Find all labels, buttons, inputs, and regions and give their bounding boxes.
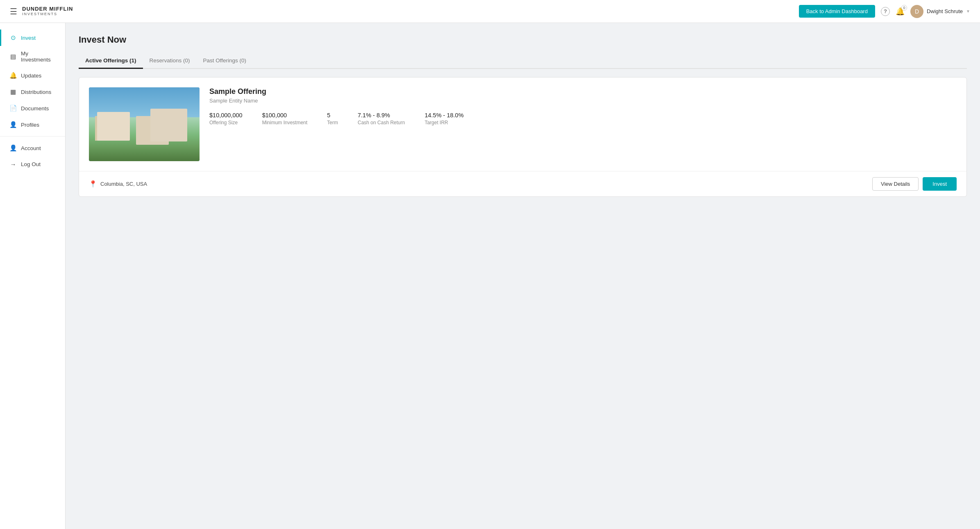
logo: DUNDER MIFFLIN INVESTMENTS <box>22 6 73 16</box>
stat-cash-on-cash-label: Cash on Cash Return <box>358 120 405 125</box>
sidebar-item-updates[interactable]: 🔔 Updates <box>0 67 65 84</box>
sidebar-item-documents[interactable]: 📄 Documents <box>0 100 65 116</box>
stat-minimum-investment-label: Minimum Investment <box>262 120 308 125</box>
sidebar-label-invest: Invest <box>21 35 36 41</box>
header-left: ☰ DUNDER MIFFLIN INVESTMENTS <box>10 6 73 16</box>
header: ☰ DUNDER MIFFLIN INVESTMENTS Back to Adm… <box>0 0 980 23</box>
user-name: Dwight Schrute <box>927 8 963 14</box>
footer-actions: View Details Invest <box>872 177 957 191</box>
distributions-icon: ▦ <box>9 88 17 96</box>
offering-main: Sample Offering Sample Entity Name $10,0… <box>79 78 966 171</box>
sidebar-label-profiles: Profiles <box>21 122 39 128</box>
tab-past-offerings[interactable]: Past Offerings (0) <box>197 53 253 69</box>
sidebar-label-my-investments: My Investments <box>21 50 57 63</box>
stat-cash-on-cash: 7.1% - 8.9% Cash on Cash Return <box>358 112 405 125</box>
stat-target-irr: 14.5% - 18.0% Target IRR <box>424 112 463 125</box>
tab-active-offerings[interactable]: Active Offerings (1) <box>79 53 143 69</box>
stat-cash-on-cash-value: 7.1% - 8.9% <box>358 112 405 119</box>
offering-footer: 📍 Columbia, SC, USA View Details Invest <box>79 171 966 196</box>
page-title: Invest Now <box>79 34 967 45</box>
offering-image <box>89 87 200 161</box>
stat-offering-size-value: $10,000,000 <box>209 112 243 119</box>
stat-minimum-investment-value: $100,000 <box>262 112 308 119</box>
location-wrap: 📍 Columbia, SC, USA <box>89 180 147 188</box>
tab-reservations[interactable]: Reservations (0) <box>143 53 197 69</box>
notification-badge: 0 <box>901 5 907 11</box>
offering-info: Sample Offering Sample Entity Name $10,0… <box>209 87 957 161</box>
sidebar-label-account: Account <box>21 145 41 151</box>
sidebar-item-distributions[interactable]: ▦ Distributions <box>0 84 65 100</box>
user-caret-icon: ▼ <box>966 9 970 14</box>
sidebar-item-my-investments[interactable]: ▤ My Investments <box>0 46 65 67</box>
logo-title: DUNDER MIFFLIN <box>22 6 73 12</box>
location-icon: 📍 <box>89 180 97 188</box>
back-to-admin-button[interactable]: Back to Admin Dashboard <box>799 5 875 18</box>
sidebar-item-logout[interactable]: → Log Out <box>0 156 65 172</box>
notification-wrap[interactable]: 🔔 0 <box>896 7 905 16</box>
user-menu[interactable]: D Dwight Schrute ▼ <box>910 5 970 18</box>
stat-offering-size: $10,000,000 Offering Size <box>209 112 243 125</box>
tabs: Active Offerings (1) Reservations (0) Pa… <box>79 53 967 69</box>
stat-minimum-investment: $100,000 Minimum Investment <box>262 112 308 125</box>
sidebar-label-logout: Log Out <box>21 161 41 167</box>
sidebar: ⊙ Invest ▤ My Investments 🔔 Updates ▦ Di… <box>0 23 66 529</box>
view-details-button[interactable]: View Details <box>872 177 919 191</box>
updates-icon: 🔔 <box>9 72 17 79</box>
sidebar-item-invest[interactable]: ⊙ Invest <box>0 30 65 46</box>
stat-target-irr-value: 14.5% - 18.0% <box>424 112 463 119</box>
header-right: Back to Admin Dashboard ? 🔔 0 D Dwight S… <box>799 5 970 18</box>
stat-target-irr-label: Target IRR <box>424 120 463 125</box>
invest-icon: ⊙ <box>9 34 17 41</box>
offering-stats: $10,000,000 Offering Size $100,000 Minim… <box>209 112 957 125</box>
invest-button[interactable]: Invest <box>923 177 957 191</box>
documents-icon: 📄 <box>9 105 17 112</box>
app-body: ⊙ Invest ▤ My Investments 🔔 Updates ▦ Di… <box>0 23 980 529</box>
sidebar-label-documents: Documents <box>21 105 49 112</box>
stat-term: 5 Term <box>327 112 338 125</box>
offering-card: Sample Offering Sample Entity Name $10,0… <box>79 77 967 197</box>
logout-icon: → <box>9 161 17 168</box>
offering-entity: Sample Entity Name <box>209 98 957 104</box>
profiles-icon: 👤 <box>9 121 17 128</box>
offering-title: Sample Offering <box>209 87 957 96</box>
sidebar-divider <box>0 136 65 137</box>
my-investments-icon: ▤ <box>9 53 17 60</box>
avatar: D <box>910 5 923 18</box>
main-content: Invest Now Active Offerings (1) Reservat… <box>66 23 980 529</box>
stat-term-label: Term <box>327 120 338 125</box>
stat-offering-size-label: Offering Size <box>209 120 243 125</box>
stat-term-value: 5 <box>327 112 338 119</box>
location-text: Columbia, SC, USA <box>100 181 147 187</box>
sidebar-label-updates: Updates <box>21 73 41 79</box>
help-icon[interactable]: ? <box>881 7 890 16</box>
logo-subtitle: INVESTMENTS <box>22 12 73 16</box>
offering-image-inner <box>89 87 200 161</box>
account-icon: 👤 <box>9 144 17 152</box>
hamburger-icon[interactable]: ☰ <box>10 7 17 16</box>
sidebar-item-account[interactable]: 👤 Account <box>0 140 65 156</box>
sidebar-label-distributions: Distributions <box>21 89 51 95</box>
sidebar-item-profiles[interactable]: 👤 Profiles <box>0 116 65 133</box>
